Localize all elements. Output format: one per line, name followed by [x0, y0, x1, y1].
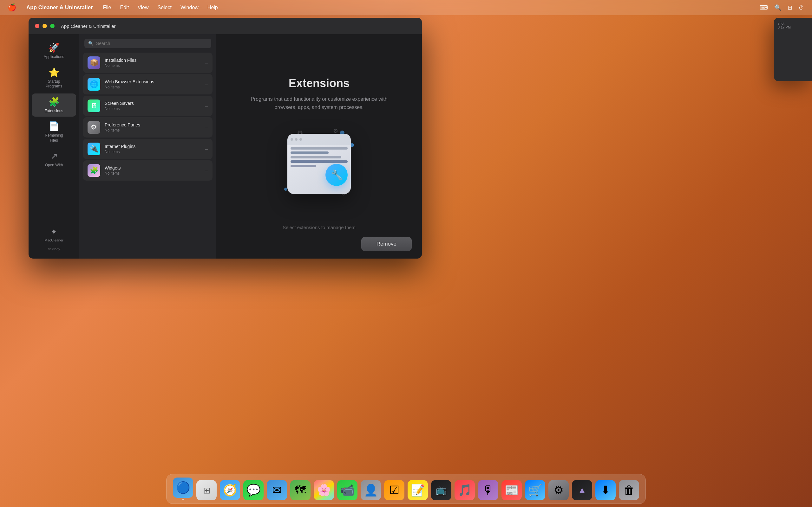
music-icon[interactable]: 🎵 — [455, 480, 475, 500]
maximize-button[interactable] — [50, 24, 55, 28]
dock-item-facetime[interactable]: 📹 — [337, 480, 357, 500]
dock-item-news[interactable]: 📰 — [502, 480, 522, 500]
installation-files-subtitle: No items — [105, 63, 200, 68]
notes-icon[interactable]: 📝 — [408, 480, 428, 500]
remove-button[interactable]: Remove — [361, 237, 412, 251]
web-browser-subtitle: No items — [105, 85, 200, 89]
dock-item-safari[interactable]: 🧭 — [220, 480, 240, 500]
dock-item-reminders[interactable]: ☑ — [384, 480, 404, 500]
sidebar-item-openwith[interactable]: ↗ Open With — [32, 148, 76, 171]
gear-badge: 🔧 — [325, 164, 348, 186]
dock-item-finder[interactable]: 🔵 — [173, 477, 193, 500]
applications-icon: 🚀 — [49, 43, 60, 53]
internet-plugins-subtitle: No items — [105, 150, 200, 154]
menu-bar: 🍎 App Cleaner & Uninstaller File Edit Vi… — [0, 0, 812, 15]
dock-item-maps[interactable]: 🗺 — [290, 480, 310, 500]
screen-savers-title: Screen Savers — [105, 101, 200, 106]
safari-icon[interactable]: 🧭 — [220, 480, 240, 500]
dock-item-launchpad[interactable]: ⊞ — [196, 480, 217, 500]
partial-window-time: 3.17 PM — [778, 25, 808, 29]
main-content: 🔍 📦 Installation Files No items – — [79, 34, 422, 259]
card-line-2 — [291, 152, 328, 154]
internet-plugins-dash: – — [205, 146, 208, 153]
list-item[interactable]: 📦 Installation Files No items – — [83, 53, 212, 73]
altair-icon[interactable]: ▲ — [572, 480, 592, 500]
sidebar-item-extensions[interactable]: 🧩 Extensions — [32, 94, 76, 117]
card-dot-3 — [299, 138, 302, 141]
podcasts-icon[interactable]: 🎙 — [478, 480, 498, 500]
detail-description: Programs that add functionality or custo… — [243, 95, 395, 111]
list-item[interactable]: ⚙ Preference Panes No items – — [83, 117, 212, 137]
menu-file[interactable]: File — [103, 5, 111, 10]
sidebar-item-startup[interactable]: ⭐ StartupPrograms — [32, 64, 76, 92]
close-button[interactable] — [35, 24, 39, 28]
dock-item-mail[interactable]: ✉ — [267, 480, 287, 500]
systemprefs-icon[interactable]: ⚙ — [548, 480, 569, 500]
dock-item-downloads[interactable]: ⬇ — [595, 480, 616, 500]
reminders-icon[interactable]: ☑ — [384, 480, 404, 500]
detail-hint: Select extensions to manage them — [283, 225, 356, 230]
extension-list: 📦 Installation Files No items – 🌐 Web Br… — [79, 53, 216, 259]
dock-item-appletv[interactable]: 📺 — [431, 480, 451, 500]
dock-item-contacts[interactable]: 👤 — [361, 480, 381, 500]
menu-edit[interactable]: Edit — [120, 5, 129, 10]
list-item[interactable]: 🖥 Screen Savers No items – — [83, 96, 212, 116]
window-title: App Cleaner & Uninstaller — [61, 23, 116, 29]
apple-menu-icon[interactable]: 🍎 — [8, 3, 16, 12]
widgets-text: Widgets No items — [105, 165, 200, 176]
keyboard-icon: ⌨ — [760, 4, 768, 11]
dock-item-appstore[interactable]: 🛒 — [525, 480, 545, 500]
messages-icon[interactable]: 💬 — [243, 480, 264, 500]
dock-item-photos[interactable]: 🌸 — [314, 480, 334, 500]
control-center-icon[interactable]: ⊞ — [788, 4, 792, 11]
illustration-card: 🔧 — [287, 134, 351, 194]
sidebar-item-remaining[interactable]: 📄 RemainingFiles — [32, 118, 76, 146]
sidebar-item-applications[interactable]: 🚀 Applications — [32, 39, 76, 63]
list-item[interactable]: 🧩 Widgets No items – — [83, 160, 212, 181]
search-menu-icon[interactable]: 🔍 — [774, 4, 781, 11]
appletv-icon[interactable]: 📺 — [431, 480, 451, 500]
preference-panes-dash: – — [205, 124, 208, 131]
card-line-1 — [291, 147, 348, 150]
detail-panel: Extensions Programs that add functionali… — [216, 34, 422, 259]
photos-icon[interactable]: 🌸 — [314, 480, 334, 500]
search-bar: 🔍 — [79, 34, 216, 53]
menu-window[interactable]: Window — [181, 5, 199, 10]
mail-icon[interactable]: ✉ — [267, 480, 287, 500]
appstore-icon[interactable]: 🛒 — [525, 480, 545, 500]
list-item[interactable]: 🌐 Web Browser Extensions No items – — [83, 74, 212, 95]
float-dot-3 — [284, 187, 287, 191]
minimize-button[interactable] — [43, 24, 47, 28]
facetime-icon[interactable]: 📹 — [337, 480, 357, 500]
finder-icon[interactable]: 🔵 — [173, 477, 193, 498]
menu-bar-app-name: App Cleaner & Uninstaller — [26, 4, 93, 11]
list-item[interactable]: 🔌 Internet Plugins No items – — [83, 139, 212, 159]
news-icon[interactable]: 📰 — [502, 480, 522, 500]
extensions-icon: 🧩 — [49, 97, 60, 107]
dock-item-messages[interactable]: 💬 — [243, 480, 264, 500]
sidebar-label-openwith: Open With — [45, 163, 63, 168]
trash-icon[interactable]: 🗑 — [619, 480, 639, 500]
card-line-5 — [291, 165, 316, 167]
dock-item-podcasts[interactable]: 🎙 — [478, 480, 498, 500]
downloads-icon[interactable]: ⬇ — [595, 480, 616, 500]
dock-item-altair[interactable]: ▲ — [572, 480, 592, 500]
maps-icon[interactable]: 🗺 — [290, 480, 310, 500]
search-input[interactable] — [96, 41, 207, 46]
sidebar-bottom: ✦ MacCleaner nektony — [42, 225, 66, 253]
contacts-icon[interactable]: 👤 — [361, 480, 381, 500]
dock-item-systemprefs[interactable]: ⚙ — [548, 480, 569, 500]
menu-help[interactable]: Help — [207, 5, 218, 10]
dock-item-music[interactable]: 🎵 — [455, 480, 475, 500]
preference-panes-subtitle: No items — [105, 128, 200, 132]
maccleaner-button[interactable]: ✦ MacCleaner — [42, 225, 66, 245]
search-wrapper[interactable]: 🔍 — [84, 39, 211, 48]
launchpad-icon[interactable]: ⊞ — [196, 480, 217, 500]
installation-files-icon: 📦 — [88, 56, 100, 69]
menu-view[interactable]: View — [138, 5, 148, 10]
dock-item-trash[interactable]: 🗑 — [619, 480, 639, 500]
internet-plugins-icon: 🔌 — [88, 143, 100, 155]
menu-select[interactable]: Select — [157, 5, 171, 10]
nektony-brand: nektony — [48, 247, 60, 251]
dock-item-notes[interactable]: 📝 — [408, 480, 428, 500]
